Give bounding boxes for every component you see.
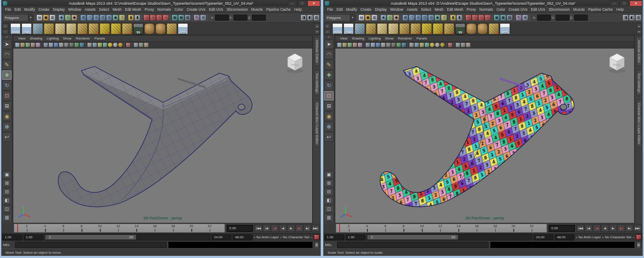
highlight-selection-icon[interactable]: ▮	[456, 15, 462, 21]
shelf-hshd-button[interactable]: Hshd	[10, 23, 21, 34]
close-button[interactable]: ×	[307, 0, 320, 6]
lasso-tool[interactable]: ◠	[2, 50, 12, 59]
view-cube[interactable]: FRONT	[605, 51, 630, 75]
animation-end-field[interactable]: 48.00	[233, 234, 252, 240]
output-connections-icon[interactable]: ∩	[150, 15, 156, 21]
mel-label[interactable]: MEL	[3, 243, 13, 247]
universal-manipulator-tool[interactable]: ⊞	[2, 101, 12, 111]
sep[interactable]	[514, 15, 514, 21]
play-backwards-button[interactable]: ◀	[279, 225, 287, 232]
snap-plane-icon[interactable]: ◳	[100, 15, 106, 21]
sidebar-tab-tool-settings[interactable]: Tool Settings	[636, 70, 642, 96]
range-slider-bar[interactable]: 1 24	[46, 235, 136, 240]
layout-two-pane-stacked[interactable]: ⊟	[324, 188, 334, 196]
range-slider-bar[interactable]: 1 24	[368, 235, 458, 240]
menu-muscle[interactable]: Muscle	[571, 7, 586, 12]
menu-file[interactable]: File	[325, 7, 335, 12]
sep[interactable]	[446, 42, 447, 47]
step-forward-frame-button[interactable]: ▶|	[626, 225, 633, 232]
maximize-button[interactable]: □	[298, 0, 307, 6]
maximize-button[interactable]: □	[620, 0, 629, 6]
shelf-crate-8[interactable]	[433, 23, 443, 34]
typewriter-part-model[interactable]: 12345678456781237812345623456781	[13, 49, 312, 223]
use-lighting-icon[interactable]	[381, 42, 386, 47]
show-manipulator-tool[interactable]: ⊕	[324, 122, 334, 131]
menu-create-uvs[interactable]: Create UVs	[507, 7, 529, 12]
open-scene-icon[interactable]: ▣	[365, 15, 371, 21]
sidebar-tab-tool-settings[interactable]: Tool Settings	[314, 70, 320, 96]
show-manipulator-tool[interactable]: ⊕	[2, 122, 12, 131]
gate-mask-icon[interactable]	[144, 42, 149, 47]
script-editor-icon[interactable]	[636, 242, 641, 248]
shelf-crate-10[interactable]	[489, 23, 499, 34]
menu-edit-uvs[interactable]: Edit UVs	[207, 7, 225, 12]
current-time-field[interactable]: 0.00	[227, 225, 253, 232]
step-forward-key-button[interactable]: ▶|	[295, 225, 303, 232]
toolbox-grip[interactable]: ≡	[328, 36, 330, 39]
sep[interactable]	[57, 15, 57, 21]
snap-grid-icon[interactable]: ⊞	[80, 15, 86, 21]
sidebar-tab-attribute-editor[interactable]: Attribute Editor	[636, 37, 642, 66]
step-back-key-button[interactable]: |◀	[593, 225, 601, 232]
select-component-icon[interactable]: ◆	[393, 15, 399, 21]
scale-tool[interactable]: ⊡	[324, 91, 334, 100]
menu-file[interactable]: File	[3, 7, 13, 12]
step-back-key-button[interactable]: |◀	[271, 225, 279, 232]
shelf-scroll-down[interactable]: ▾	[314, 29, 320, 34]
menu-3dconnexion[interactable]: 3Dconnexion	[547, 7, 571, 12]
command-input[interactable]	[337, 242, 489, 248]
shelf-ute-button[interactable]: UTE	[178, 23, 188, 34]
lock-selection-icon[interactable]: ▮	[450, 15, 456, 21]
shelf-barrel-2[interactable]	[477, 23, 488, 34]
panel-menu-lighting[interactable]: Lighting	[45, 36, 61, 40]
sep[interactable]	[124, 42, 125, 47]
typewriter-part-model[interactable]: 12345678456781237812345623456781	[335, 49, 634, 223]
character-set-selector[interactable]: No Character Set	[283, 235, 310, 239]
xray-joints-icon[interactable]	[414, 42, 419, 47]
motion-blur-icon[interactable]	[396, 42, 401, 47]
go-to-end-button[interactable]: ▶▶|	[312, 225, 319, 232]
menu-window[interactable]: Window	[67, 7, 83, 12]
menu-proxy[interactable]: Proxy	[143, 7, 156, 12]
lock-camera-icon[interactable]	[20, 42, 25, 47]
z-input[interactable]	[252, 15, 266, 21]
render-current-frame-icon[interactable]: ▦	[494, 15, 500, 21]
new-scene-icon[interactable]: ▤	[358, 15, 365, 21]
select-tool[interactable]: ➤	[324, 39, 334, 49]
move-tool[interactable]: ✚	[2, 70, 12, 80]
exposure-icon[interactable]	[97, 42, 102, 47]
sep[interactable]	[192, 15, 192, 21]
shelf-crate-2[interactable]	[44, 23, 54, 34]
menu-select[interactable]: Select	[97, 7, 111, 12]
menu-proxy[interactable]: Proxy	[465, 7, 478, 12]
soft-modification-tool[interactable]: ◉	[2, 112, 12, 121]
panel-menu-shading[interactable]: Shading	[27, 36, 44, 40]
menu-mesh[interactable]: Mesh	[111, 7, 123, 12]
menu-help[interactable]: Help	[292, 7, 303, 12]
default-light-bulb-icon[interactable]	[108, 42, 112, 47]
viewport-3d[interactable]: 12345678456781237812345623456781	[335, 49, 634, 223]
rotate-tool[interactable]: ↻	[324, 81, 334, 90]
layout-single-pane[interactable]: ▣	[324, 171, 334, 179]
resolution-gate-icon[interactable]	[139, 42, 143, 47]
shelf-out-button[interactable]: Out	[21, 23, 32, 34]
menu-select[interactable]: Select	[419, 7, 433, 12]
last-tool-used[interactable]: ↩	[324, 132, 334, 142]
shelf-crate-10[interactable]	[167, 23, 177, 34]
camera-attributes-icon[interactable]	[347, 42, 352, 47]
camera-attributes-icon[interactable]	[25, 42, 30, 47]
menu-create-uvs[interactable]: Create UVs	[185, 7, 207, 12]
menu-muscle[interactable]: Muscle	[249, 7, 264, 12]
layout-two-pane-stacked[interactable]: ⊟	[2, 188, 12, 196]
image-plane-icon[interactable]	[36, 42, 40, 47]
playback-end-field[interactable]: 24.00	[534, 234, 553, 240]
open-scene-icon[interactable]: ▣	[43, 15, 49, 21]
layout-three-pane[interactable]: ◫	[2, 205, 12, 213]
title-bar[interactable]: Autodesk Maya 2013 x64: D:\Andrew\Escape…	[1, 0, 321, 6]
hypershade-icon[interactable]: ⊞	[200, 15, 206, 21]
wireframe-mode-icon[interactable]	[43, 42, 48, 47]
new-scene-icon[interactable]: ▤	[36, 15, 43, 21]
sep[interactable]	[35, 15, 35, 21]
ipr-render-icon[interactable]: ▦	[500, 15, 506, 21]
animation-end-field[interactable]: 48.00	[555, 234, 574, 240]
